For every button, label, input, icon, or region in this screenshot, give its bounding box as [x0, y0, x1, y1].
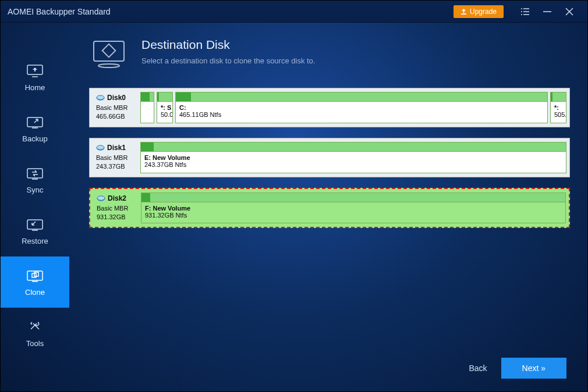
partition-label: *: [554, 104, 562, 111]
disk-type: Basic MBR [96, 104, 134, 112]
minimize-icon [543, 7, 552, 16]
disk-name-row: Disk1 [96, 144, 134, 152]
usage-bar [176, 92, 547, 102]
partition-size: 505. [554, 111, 562, 118]
usage-bar [141, 193, 565, 202]
header-text: Destination Disk Select a destination di… [141, 38, 315, 70]
menu-button[interactable] [519, 5, 532, 18]
svg-rect-13 [27, 169, 42, 178]
sidebar-item-restore[interactable]: Restore [1, 205, 69, 256]
partition-info: F: New Volume 931.32GB Ntfs [141, 202, 565, 221]
partition[interactable]: E: New Volume 243.37GB Ntfs [140, 142, 566, 173]
sidebar-item-label: Backup [22, 134, 47, 143]
sidebar-item-home[interactable]: Home [1, 52, 69, 103]
usage-bar [157, 92, 172, 102]
disk-type: Basic MBR [97, 204, 135, 213]
partition-label: E: New Volume [144, 154, 562, 161]
titlebar: AOMEI Backupper Standard Upgrade [1, 1, 587, 23]
disk-name-row: Disk2 [97, 194, 135, 202]
disk-icon [97, 195, 105, 202]
disk-name: Disk2 [108, 194, 126, 202]
partition[interactable]: F: New Volume 931.32GB Ntfs [141, 193, 566, 223]
partition[interactable] [140, 92, 154, 123]
partition-info: E: New Volume 243.37GB Ntfs [141, 152, 566, 170]
partition-size: 931.32GB Ntfs [145, 212, 562, 219]
menu-list-icon [520, 7, 530, 16]
disk-icon [96, 145, 105, 151]
main-content: Destination Disk Select a destination di… [69, 23, 587, 391]
sync-icon [26, 166, 44, 181]
disk-name: Disk1 [107, 144, 126, 152]
partition-info: *: S 50.0 [157, 102, 172, 120]
partition-label: *: S [161, 104, 169, 111]
sidebar-item-label: Sync [27, 186, 44, 194]
partition-size: 465.11GB Ntfs [179, 111, 544, 118]
partition[interactable]: C: 465.11GB Ntfs [175, 92, 548, 123]
sidebar-item-backup[interactable]: Backup [1, 103, 69, 154]
restore-icon [26, 217, 44, 232]
disk-list: Disk0 Basic MBR 465.66GB *: S 50.0 C: 46… [89, 88, 570, 228]
svg-rect-15 [27, 220, 42, 229]
partition-size: 50.0 [161, 111, 169, 118]
back-button[interactable]: Back [469, 364, 487, 373]
sidebar-item-sync[interactable]: Sync [1, 154, 69, 205]
partition[interactable]: *: 505. [550, 92, 566, 123]
close-icon [565, 7, 574, 16]
upgrade-label: Upgrade [470, 8, 497, 16]
page-header: Destination Disk Select a destination di… [89, 38, 570, 70]
page-title: Destination Disk [141, 38, 315, 52]
partition-list: *: S 50.0 C: 465.11GB Ntfs *: 505. [139, 90, 568, 125]
svg-rect-22 [102, 44, 116, 58]
sidebar-item-label: Tools [26, 339, 44, 348]
next-button-label: Next » [522, 364, 546, 373]
sidebar-item-clone[interactable]: Clone [1, 256, 69, 308]
disk-type: Basic MBR [96, 154, 134, 162]
app-title: AOMEI Backupper Standard [8, 7, 454, 16]
disk-meta: Disk1 Basic MBR 243.37GB [91, 140, 139, 175]
partition-info: C: 465.11GB Ntfs [176, 102, 547, 120]
disk-name: Disk0 [107, 94, 126, 102]
partition[interactable]: *: S 50.0 [157, 92, 173, 123]
partition-label: F: New Volume [145, 205, 562, 212]
sidebar-item-tools[interactable]: Tools [1, 308, 69, 359]
body: Home Backup Sync Restore Clone Tools [1, 23, 587, 391]
disk-name-row: Disk0 [96, 94, 134, 102]
usage-bar [551, 92, 566, 102]
backup-icon [26, 115, 44, 130]
svg-point-27 [97, 145, 104, 149]
disk-size: 931.32GB [97, 213, 135, 222]
upload-icon [461, 8, 467, 15]
disk-icon [96, 95, 105, 101]
partition-list: F: New Volume 931.32GB Ntfs [140, 191, 567, 225]
disk-meta: Disk0 Basic MBR 465.66GB [91, 90, 139, 125]
clone-icon [26, 268, 44, 283]
destination-disk-icon [89, 38, 130, 70]
usage-bar [141, 142, 566, 152]
disk-size: 465.66GB [96, 112, 134, 121]
disk-item[interactable]: Disk1 Basic MBR 243.37GB E: New Volume 2… [89, 138, 570, 177]
partition-list: E: New Volume 243.37GB Ntfs [139, 140, 568, 175]
svg-point-29 [97, 195, 105, 199]
minimize-button[interactable] [541, 5, 554, 18]
sidebar-item-label: Clone [25, 288, 45, 297]
app-window: AOMEI Backupper Standard Upgrade Home Ba… [0, 0, 588, 392]
disk-size: 243.37GB [96, 162, 134, 171]
sidebar: Home Backup Sync Restore Clone Tools [1, 23, 69, 391]
partition-info: *: 505. [551, 102, 566, 120]
close-button[interactable] [563, 5, 576, 18]
disk-item[interactable]: Disk0 Basic MBR 465.66GB *: S 50.0 C: 46… [89, 88, 570, 127]
footer: Back Next » [89, 358, 570, 381]
page-subtitle: Select a destination disk to clone the s… [141, 56, 315, 65]
svg-point-0 [521, 8, 522, 9]
usage-bar [141, 92, 154, 102]
upgrade-button[interactable]: Upgrade [454, 5, 504, 18]
partition-info [141, 102, 154, 106]
sidebar-item-label: Restore [22, 237, 48, 245]
partition-size: 243.37GB Ntfs [144, 161, 562, 168]
partition-label: C: [179, 104, 544, 111]
svg-point-4 [521, 14, 522, 15]
home-icon [26, 63, 44, 79]
tools-icon [26, 319, 44, 334]
disk-item[interactable]: Disk2 Basic MBR 931.32GB F: New Volume 9… [89, 188, 570, 228]
next-button[interactable]: Next » [501, 358, 566, 379]
